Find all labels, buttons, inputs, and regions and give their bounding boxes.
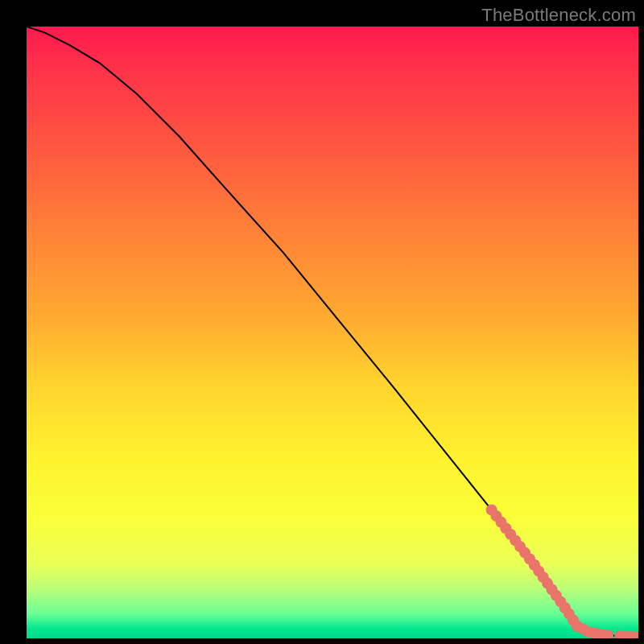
curve-marker: [551, 590, 562, 601]
curve-marker: [559, 602, 571, 613]
curve-marker: [542, 578, 553, 589]
curve-marker: [538, 572, 549, 583]
curve-marker: [495, 517, 506, 528]
curve-marker: [602, 630, 613, 638]
curve-line: [27, 27, 638, 638]
curve-marker: [564, 609, 575, 620]
marker-layer: [486, 504, 638, 638]
curve-marker: [524, 553, 535, 564]
chart-plot-area: [27, 27, 638, 638]
curve-marker: [584, 626, 595, 638]
chart-curve: [27, 27, 638, 638]
curve-marker: [486, 504, 497, 515]
curve-marker: [510, 535, 521, 546]
curve-marker: [614, 630, 625, 638]
curve-marker: [568, 614, 579, 625]
curve-marker: [529, 559, 540, 571]
curve-marker: [633, 632, 638, 639]
chart-svg: [27, 27, 638, 638]
curve-marker: [559, 602, 571, 613]
curve-marker: [572, 621, 583, 632]
curve-marker: [596, 629, 607, 638]
curve-marker: [572, 621, 583, 632]
curve-marker: [547, 584, 558, 595]
curve-marker: [602, 630, 613, 638]
curve-marker: [621, 631, 632, 638]
watermark-text: TheBottleneck.com: [481, 5, 636, 26]
curve-marker: [555, 596, 566, 607]
curve-marker: [505, 529, 516, 540]
curve-marker: [519, 547, 530, 559]
curve-marker: [529, 559, 540, 571]
curve-marker: [626, 631, 638, 638]
curve-marker: [500, 522, 511, 534]
curve-marker: [533, 565, 544, 576]
chart-frame: TheBottleneck.com: [0, 0, 644, 644]
curve-marker: [514, 541, 526, 552]
curve-marker: [578, 624, 589, 635]
curve-marker: [491, 510, 502, 522]
curve-marker: [584, 626, 595, 638]
curve-marker: [590, 628, 601, 638]
